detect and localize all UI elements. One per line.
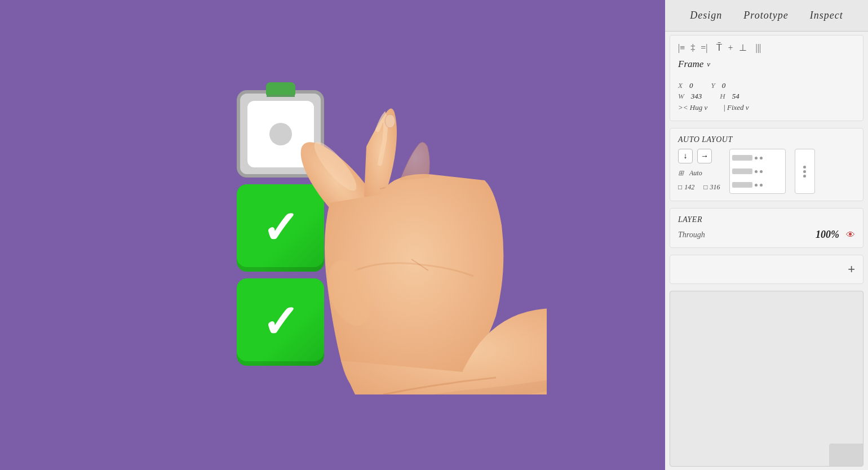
hug-label[interactable]: >< Hug v <box>678 103 707 112</box>
dim1-icon: □ <box>678 183 682 192</box>
align-center-v-icon[interactable]: + <box>728 43 733 53</box>
distribute-icon[interactable]: ||| <box>756 43 761 53</box>
fixed-label[interactable]: | Fixed v <box>723 103 749 112</box>
layer-opacity[interactable]: 100% <box>816 229 839 241</box>
dim1-value[interactable]: 142 <box>684 183 694 192</box>
grid-dot-1 <box>755 157 758 159</box>
al-arrows: ↓ → <box>678 149 720 163</box>
w-label: W <box>678 92 684 101</box>
w-value[interactable]: 343 <box>691 92 702 101</box>
align-center-h-icon[interactable]: ‡ <box>690 43 695 53</box>
frame-label: Frame <box>678 59 703 70</box>
add-fill-button[interactable]: + <box>848 262 855 277</box>
right-panel: Design Prototype Inspect |≡ ‡ =| T̄ + ⊥ … <box>665 0 868 470</box>
align-left-icon[interactable]: |≡ <box>678 43 685 53</box>
al-grid <box>729 149 786 194</box>
layer-row: Through 100% 👁 <box>678 229 855 241</box>
arrow-down-btn[interactable]: ↓ <box>678 149 693 163</box>
align-right-icon[interactable]: =| <box>701 43 707 53</box>
grid-dot-3 <box>755 170 758 173</box>
bottom-corner <box>829 444 863 466</box>
grid-dot-2 <box>760 157 763 159</box>
dim1-item: □ 142 <box>678 183 694 192</box>
xy-row: X 0 Y 0 <box>678 81 855 90</box>
grid-rect-2 <box>732 169 752 174</box>
al-grid-row-2 <box>732 165 783 178</box>
auto-layout-controls: ↓ → ⊞ Auto □ 142 □ 316 <box>678 149 855 194</box>
auto-layout-title: Auto Layout <box>678 135 855 144</box>
tabs-bar: Design Prototype Inspect <box>665 0 868 32</box>
al-grid-row-1 <box>732 152 783 164</box>
eye-icon[interactable]: 👁 <box>846 230 855 240</box>
dim2-icon: □ <box>703 183 707 192</box>
align-tools: |≡ ‡ =| T̄ + ⊥ ||| <box>678 42 855 53</box>
grid-dot-5 <box>755 184 758 187</box>
dim2-item: □ 316 <box>703 183 720 192</box>
x-label: X <box>678 81 683 90</box>
canvas-area: ✓ ✓ <box>0 0 513 470</box>
al-left: ↓ → ⊞ Auto □ 142 □ 316 <box>678 149 720 192</box>
h-label: H <box>720 92 725 101</box>
layer-section: Layer Through 100% 👁 <box>670 208 863 248</box>
grid-dot-4 <box>760 170 763 173</box>
al-dims: □ 142 □ 316 <box>678 183 720 192</box>
fill-section: + <box>670 255 863 284</box>
layer-title: Layer <box>678 215 855 224</box>
arrow-right-btn[interactable]: → <box>697 149 712 163</box>
grid-rect-3 <box>732 182 752 188</box>
dim2-value[interactable]: 316 <box>710 183 720 192</box>
al-grid-extra <box>795 149 815 194</box>
bottom-panel <box>670 291 863 467</box>
al-grid-row-3 <box>732 179 783 191</box>
auto-layout-section: Auto Layout ↓ → ⊞ Auto □ 142 <box>670 128 863 201</box>
auto-label-icon: ⊞ <box>678 169 684 178</box>
align-bottom-icon[interactable]: ⊥ <box>739 42 747 53</box>
h-value[interactable]: 54 <box>732 92 739 101</box>
hug-fixed-row: >< Hug v | Fixed v <box>678 103 855 112</box>
extra-dot-3 <box>803 175 806 178</box>
svg-point-5 <box>385 114 395 128</box>
x-value[interactable]: 0 <box>689 81 693 90</box>
frame-dropdown-icon[interactable]: v <box>707 60 710 69</box>
extra-dot-2 <box>803 170 806 173</box>
tab-prototype[interactable]: Prototype <box>741 5 790 26</box>
wh-row: W 343 H 54 <box>678 92 855 101</box>
y-value[interactable]: 0 <box>722 81 726 90</box>
auto-text-row: ⊞ Auto <box>678 169 720 178</box>
tab-inspect[interactable]: Inspect <box>808 5 845 26</box>
y-label: Y <box>711 81 715 90</box>
align-top-icon[interactable]: T̄ <box>716 42 722 53</box>
tab-design[interactable]: Design <box>688 5 724 26</box>
extra-dot-group-1 <box>803 166 806 178</box>
extra-dot-1 <box>803 166 806 169</box>
grid-dot-6 <box>760 184 763 187</box>
grid-rect-1 <box>732 155 752 161</box>
auto-label[interactable]: Auto <box>689 169 702 178</box>
frame-section: |≡ ‡ =| T̄ + ⊥ ||| Frame v X 0 Y 0 W 343… <box>670 35 863 121</box>
layer-blending[interactable]: Through <box>678 230 705 240</box>
hand-illustration <box>197 85 547 394</box>
